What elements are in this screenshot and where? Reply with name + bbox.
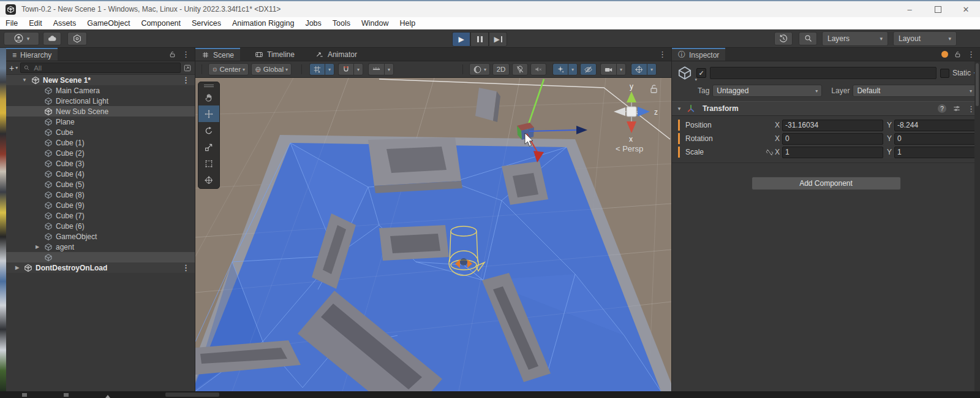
tree-item-cube[interactable]: Cube: [6, 127, 195, 137]
maximize-button[interactable]: [924, 1, 952, 17]
rotation-x-input[interactable]: [782, 133, 883, 145]
perspective-label[interactable]: < Persp: [616, 144, 643, 153]
inspector-more-button[interactable]: ⋮: [967, 50, 975, 59]
rotation-y-input[interactable]: [894, 133, 980, 145]
search-button[interactable]: [799, 32, 817, 45]
tab-hierarchy[interactable]: ≡ Hierarchy: [6, 48, 58, 61]
tree-item-agent[interactable]: ▶agent: [6, 242, 195, 252]
tree-item-new-sub-scene[interactable]: New Sub Scene: [6, 106, 195, 117]
menu-file[interactable]: File: [0, 17, 23, 29]
menu-component[interactable]: Component: [135, 17, 186, 29]
grid-visibility-dropdown[interactable]: ▾: [325, 63, 334, 75]
tree-item-cube-9[interactable]: Cube (9): [6, 200, 195, 210]
scene-tab-more-button[interactable]: ⋮: [658, 50, 666, 59]
scale-x-input[interactable]: [782, 147, 883, 158]
tab-scene[interactable]: Scene: [195, 48, 240, 61]
scene-viewport[interactable]: y z x < Persp: [195, 78, 671, 391]
tab-animator[interactable]: Animator: [309, 48, 363, 61]
create-object-button[interactable]: +▾: [9, 63, 18, 73]
foldout-open-icon[interactable]: ▼: [677, 106, 682, 112]
tool-handle-rotation-dropdown[interactable]: Global▾: [251, 63, 292, 75]
pause-button[interactable]: [470, 32, 489, 47]
minimize-button[interactable]: –: [895, 1, 924, 17]
grid-visibility-toggle[interactable]: [309, 63, 325, 75]
add-component-button[interactable]: Add Component: [752, 177, 901, 190]
taskbar-item[interactable]: [165, 392, 219, 397]
tree-item-cube-6[interactable]: Cube (6): [6, 221, 195, 231]
menu-assets[interactable]: Assets: [48, 17, 82, 29]
step-button[interactable]: ▶: [489, 32, 507, 47]
scene-visibility-toggle[interactable]: [580, 63, 597, 75]
tree-item-cube-8[interactable]: Cube (8): [6, 189, 195, 200]
tree-item-cube-7[interactable]: Cube (7): [6, 210, 195, 221]
lock-icon[interactable]: [168, 50, 176, 58]
menu-services[interactable]: Services: [186, 17, 227, 29]
tree-item-plane[interactable]: Plane: [6, 117, 195, 127]
position-x-input[interactable]: [782, 120, 883, 131]
2d-toggle[interactable]: 2D: [492, 63, 510, 75]
effects-toggle[interactable]: [552, 63, 568, 75]
scale-y-input[interactable]: [894, 147, 980, 158]
tree-item-cube-5[interactable]: Cube (5): [6, 179, 195, 189]
foldout-open-icon[interactable]: ▼: [21, 77, 28, 83]
menu-window[interactable]: Window: [356, 17, 394, 29]
taskbar-chevron-icon[interactable]: [105, 391, 110, 398]
camera-settings-button[interactable]: [600, 63, 616, 75]
menu-help[interactable]: Help: [394, 17, 421, 29]
tree-item-unnamed[interactable]: [6, 252, 195, 262]
account-button[interactable]: ▾: [4, 32, 39, 45]
constrain-proportions-icon[interactable]: [766, 148, 774, 156]
version-control-button[interactable]: [67, 32, 87, 45]
tree-item-directional-light[interactable]: Directional Light: [6, 96, 195, 106]
transform-tool[interactable]: [198, 172, 219, 188]
scene-more-button[interactable]: ⋮: [182, 75, 190, 85]
active-checkbox[interactable]: ✓: [696, 68, 706, 78]
layers-dropdown[interactable]: Layers▾: [822, 31, 888, 46]
tree-item-gameobject[interactable]: GameObject: [6, 231, 195, 242]
view-hand-tool[interactable]: [198, 89, 219, 105]
scene-picker-icon[interactable]: [183, 64, 192, 72]
undo-history-button[interactable]: [774, 32, 793, 45]
rect-tool[interactable]: [198, 155, 219, 172]
dontdestroyonload-row[interactable]: ▶ DontDestroyOnLoad ⋮: [6, 262, 195, 273]
close-button[interactable]: ✕: [952, 1, 980, 17]
tree-item-cube-1[interactable]: Cube (1): [6, 137, 195, 148]
gameobject-name-input[interactable]: [710, 67, 937, 79]
tree-item-cube-3[interactable]: Cube (3): [6, 158, 195, 169]
hierarchy-search-field[interactable]: [20, 63, 181, 73]
tree-item-cube-2[interactable]: Cube (2): [6, 148, 195, 158]
snap-increment-button[interactable]: [368, 63, 384, 75]
hierarchy-more-button[interactable]: ⋮: [182, 50, 190, 59]
tab-inspector[interactable]: ⓘ Inspector: [672, 48, 725, 61]
taskbar-icon[interactable]: [64, 393, 69, 397]
menu-jobs[interactable]: Jobs: [300, 17, 326, 29]
menu-edit[interactable]: Edit: [23, 17, 48, 29]
menu-gameobject[interactable]: GameObject: [81, 17, 135, 29]
camera-settings-dropdown[interactable]: ▾: [616, 63, 626, 75]
scene-lighting-toggle[interactable]: [512, 63, 528, 75]
menu-animation-rigging[interactable]: Animation Rigging: [227, 17, 300, 29]
scene-root-row[interactable]: ▼ New Scene 1* ⋮: [6, 75, 195, 85]
tree-item-cube-4[interactable]: Cube (4): [6, 169, 195, 179]
snap-toggle[interactable]: [338, 63, 353, 75]
help-icon[interactable]: ?: [938, 104, 946, 113]
layer-dropdown[interactable]: Default▾: [853, 85, 976, 97]
menu-tools[interactable]: Tools: [327, 17, 356, 29]
hierarchy-search-input[interactable]: [32, 64, 178, 72]
tag-dropdown[interactable]: Untagged▾: [712, 85, 822, 97]
gizmos-dropdown[interactable]: ▾: [647, 63, 657, 75]
overlay-drag-handle[interactable]: [198, 82, 219, 89]
tab-timeline[interactable]: Timeline: [249, 48, 301, 61]
title-bar[interactable]: Town-0.2 - New Scene 1 - Windows, Mac, L…: [0, 0, 980, 17]
move-tool[interactable]: [198, 105, 219, 122]
taskbar-icon[interactable]: [22, 393, 27, 397]
static-checkbox[interactable]: [940, 69, 949, 78]
tree-item-main-camera[interactable]: Main Camera: [6, 85, 195, 96]
effects-dropdown[interactable]: ▾: [568, 63, 578, 75]
inspector-scrollbar[interactable]: [974, 61, 980, 391]
snap-increment-dropdown[interactable]: ▾: [384, 63, 394, 75]
audio-mute-toggle[interactable]: [530, 63, 546, 75]
snap-dropdown[interactable]: ▾: [353, 63, 363, 75]
presets-icon[interactable]: [952, 104, 961, 113]
tool-handle-pivot-dropdown[interactable]: Center▾: [208, 63, 249, 75]
